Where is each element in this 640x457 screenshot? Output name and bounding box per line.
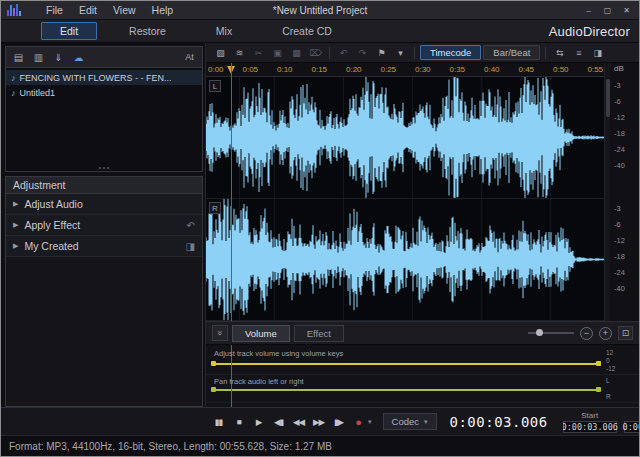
panel-toggle-icon[interactable]: ◨ xyxy=(589,45,606,60)
crossfade-icon[interactable]: ≋ xyxy=(231,45,248,60)
pan-lane-label: Pan track audio left or right xyxy=(214,377,304,386)
tab-mix[interactable]: Mix xyxy=(198,23,250,39)
keyframe-lanes: Adjust track volume using volume keys 12… xyxy=(206,345,639,407)
barbeat-button[interactable]: Bar/Beat xyxy=(483,45,540,60)
volume-key-dot[interactable] xyxy=(211,361,216,366)
tab-create-cd[interactable]: Create CD xyxy=(264,23,350,39)
cloud-icon[interactable]: ☁ xyxy=(70,49,87,65)
playhead-line xyxy=(231,63,232,321)
codec-button[interactable]: Codec ▾ xyxy=(383,413,437,430)
mixdown-icon[interactable]: ≡ xyxy=(570,45,587,60)
scale-value: 0 xyxy=(606,357,615,364)
zoom-slider[interactable] xyxy=(528,332,574,334)
paste-icon[interactable]: ▦ xyxy=(288,45,305,60)
volume-key-dot[interactable] xyxy=(596,361,601,366)
start-value[interactable]: 0:00:03.006 xyxy=(563,421,617,433)
adjust-row-label: My Created xyxy=(24,240,78,252)
ruler-tick: 0:35 xyxy=(450,65,466,74)
volume-line[interactable] xyxy=(212,363,600,365)
zoom-out-icon[interactable]: − xyxy=(580,327,593,340)
reset-icon[interactable]: ↶ xyxy=(187,220,195,231)
previous-button[interactable]: ◀▮ xyxy=(271,414,286,430)
maximize-icon[interactable]: ▢ xyxy=(599,4,616,17)
ruler-tick: 0:25 xyxy=(381,65,397,74)
copy-icon[interactable]: ▣ xyxy=(269,45,286,60)
edit-toolbar: ▧ ≋ ✂ ▣ ▦ ⌦ ↶ ↷ ⚑ ▾ Timecode Bar/Beat ⇆ … xyxy=(206,43,639,63)
delete-icon[interactable]: ⌦ xyxy=(307,45,324,60)
db-scale: -3-6-12-18-24-40 xyxy=(614,75,639,198)
pan-key-dot[interactable] xyxy=(211,387,216,392)
media-item-label: FENCING WITH FLOWERS - - FEN... xyxy=(20,73,172,83)
db-value: -6 xyxy=(614,220,639,229)
tab-volume[interactable]: Volume xyxy=(232,325,290,342)
next-button[interactable]: ▮▶ xyxy=(331,414,346,430)
marker-dropdown-icon[interactable]: ▾ xyxy=(392,45,409,60)
waveform-column: 0:000:050:100:150:200:250:300:350:400:45… xyxy=(206,63,604,321)
adjustment-panel: Adjustment ▶ Adjust Audio ▶ Apply Effect… xyxy=(5,176,203,407)
tab-restore[interactable]: Restore xyxy=(111,23,184,39)
range-select-icon[interactable]: ▧ xyxy=(212,45,229,60)
channel-right[interactable]: R xyxy=(206,199,604,321)
channel-left[interactable]: L xyxy=(206,77,604,199)
menu-view[interactable]: View xyxy=(105,2,144,18)
module-tab-bar: Edit Restore Mix Create CD AudioDirector xyxy=(1,20,639,43)
pan-key-dot[interactable] xyxy=(596,387,601,392)
timecode-button[interactable]: Timecode xyxy=(420,45,481,60)
redo-icon[interactable]: ↷ xyxy=(354,45,371,60)
list-item[interactable]: ♪ FENCING WITH FLOWERS - - FEN... xyxy=(6,70,202,85)
record-dropdown-icon[interactable]: ▾ xyxy=(368,418,372,426)
ruler-tick: 0:10 xyxy=(277,65,293,74)
rewind-button[interactable]: ◀◀ xyxy=(291,414,306,430)
menu-help[interactable]: Help xyxy=(144,2,182,18)
start-label: Start xyxy=(581,411,598,420)
undo-icon[interactable]: ↶ xyxy=(335,45,352,60)
convert-icon[interactable]: ⇆ xyxy=(551,45,568,60)
forward-button[interactable]: ▶▶ xyxy=(311,414,326,430)
text-size-icon[interactable]: At xyxy=(181,49,198,65)
db-ruler: dB -3-6-12-18-24-40 -3-6-12-18-24-40 xyxy=(610,63,639,321)
end-value[interactable]: 0:00:03.006 xyxy=(624,421,639,433)
lane-control-strip: » Volume Effect − + ⊡ xyxy=(206,321,639,345)
pause-button[interactable]: ▮▮ xyxy=(211,414,226,430)
import-folder-icon[interactable]: ▥ xyxy=(30,49,47,65)
channel-label: L xyxy=(209,80,221,92)
time-ruler[interactable]: 0:000:050:100:150:200:250:300:350:400:45… xyxy=(206,63,604,77)
vertical-scrollbar[interactable] xyxy=(604,63,610,321)
list-item[interactable]: ♪ Untitled1 xyxy=(6,85,202,100)
apply-effect-row[interactable]: ▶ Apply Effect ↶ xyxy=(6,215,202,236)
my-created-row[interactable]: ▶ My Created ◨ xyxy=(6,236,202,257)
marker-icon[interactable]: ⚑ xyxy=(373,45,390,60)
menu-edit[interactable]: Edit xyxy=(71,2,105,18)
zoom-in-icon[interactable]: + xyxy=(599,327,612,340)
record-button[interactable]: ● xyxy=(351,414,366,430)
zoom-fit-icon[interactable]: ⊡ xyxy=(618,326,633,340)
zoom-slider-knob[interactable] xyxy=(536,329,543,336)
adjust-audio-row[interactable]: ▶ Adjust Audio xyxy=(6,194,202,215)
pan-line[interactable] xyxy=(212,389,600,391)
db-value: -40 xyxy=(614,284,639,293)
download-audio-icon[interactable]: ⇓ xyxy=(50,49,67,65)
tab-effect[interactable]: Effect xyxy=(294,325,344,342)
codec-dropdown-icon: ▾ xyxy=(424,418,428,426)
waveform-region: 0:000:050:100:150:200:250:300:350:400:45… xyxy=(206,63,639,321)
play-button[interactable]: ▶ xyxy=(251,414,266,430)
tab-edit[interactable]: Edit xyxy=(41,22,97,40)
menu-file[interactable]: File xyxy=(38,2,71,18)
scrollbar-thumb[interactable] xyxy=(606,79,610,117)
cut-icon[interactable]: ✂ xyxy=(250,45,267,60)
pan-lane[interactable]: Pan track audio left or right LR xyxy=(206,375,639,403)
pan-scale: LR xyxy=(606,377,611,400)
close-icon[interactable]: ✕ xyxy=(618,4,635,17)
ruler-tick: 0:15 xyxy=(312,65,328,74)
waveform-left xyxy=(206,77,604,198)
import-media-icon[interactable]: ▤ xyxy=(10,49,27,65)
db-value: -18 xyxy=(614,252,639,261)
media-list: ♪ FENCING WITH FLOWERS - - FEN... ♪ Unti… xyxy=(6,68,202,164)
import-preset-icon[interactable]: ◨ xyxy=(186,241,195,252)
panel-resize-handle[interactable] xyxy=(6,164,202,171)
volume-lane[interactable]: Adjust track volume using volume keys 12… xyxy=(206,347,639,375)
minimize-icon[interactable]: – xyxy=(580,4,597,17)
media-library-panel: ▤ ▥ ⇓ ☁ At ♪ FENCING WITH FLOWERS - - FE… xyxy=(5,46,203,172)
stop-button[interactable]: ■ xyxy=(231,414,246,430)
collapse-lanes-icon[interactable]: » xyxy=(212,325,228,341)
